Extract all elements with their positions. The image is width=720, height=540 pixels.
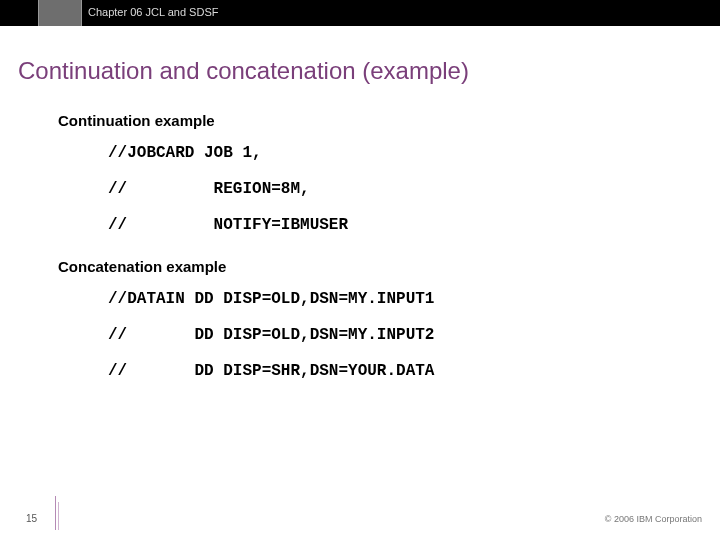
code-line: // DD DISP=SHR,DSN=YOUR.DATA — [108, 362, 434, 380]
top-bar: Chapter 06 JCL and SDSF — [0, 0, 720, 26]
page-number: 15 — [26, 513, 37, 524]
code-line: //JOBCARD JOB 1, — [108, 144, 262, 162]
footer-rule — [58, 502, 59, 530]
footer-rule — [55, 496, 56, 530]
code-line: // NOTIFY=IBMUSER — [108, 216, 348, 234]
section-heading-continuation: Continuation example — [58, 112, 215, 129]
copyright-text: © 2006 IBM Corporation — [605, 514, 702, 524]
code-line: // REGION=8M, — [108, 180, 310, 198]
section-heading-concatenation: Concatenation example — [58, 258, 226, 275]
code-line: // DD DISP=OLD,DSN=MY.INPUT2 — [108, 326, 434, 344]
slide-title: Continuation and concatenation (example) — [18, 57, 469, 85]
chapter-label: Chapter 06 JCL and SDSF — [88, 6, 218, 18]
header-accent-block — [38, 0, 82, 26]
code-line: //DATAIN DD DISP=OLD,DSN=MY.INPUT1 — [108, 290, 434, 308]
